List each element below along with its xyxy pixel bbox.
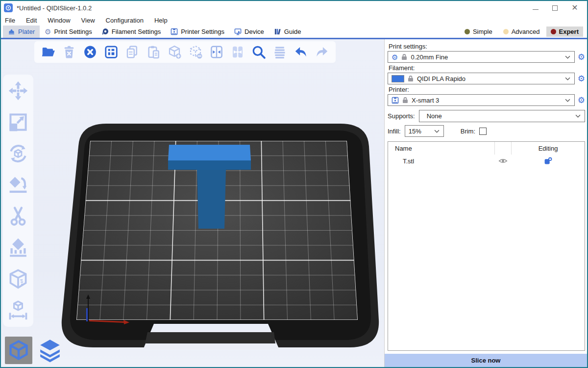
tab-device[interactable]: Device [229,26,269,38]
tab-plater[interactable]: Plater [3,26,40,38]
supports-label: Supports: [388,112,415,120]
tab-guide-label: Guide [284,28,301,35]
redo-button[interactable] [313,43,331,61]
arrange-button[interactable] [102,43,120,61]
slice-now-label: Slice now [471,357,501,364]
printer-gear-button[interactable]: ⚙ [578,96,585,105]
build-plate-scene [1,39,384,367]
device-icon [234,28,242,35]
object-toolbar [34,41,336,63]
mode-expert-label: Expert [559,28,579,35]
settings-panel: Print settings: ⚙ 0.20mm Fine ⚙ Filament… [384,39,587,367]
supports-value: None [423,112,572,120]
tab-print-settings-label: Print Settings [54,28,92,35]
window-title: *Untitled - QIDISlicer-1.0.2 [17,4,92,12]
print-settings-icon: ⚙ [45,28,51,35]
brim-checkbox[interactable] [479,128,487,135]
copy-button[interactable] [123,43,141,61]
split-to-objects-button[interactable] [208,43,225,61]
printer-settings-icon [171,28,178,35]
object-row-t-stl[interactable]: T.stl [388,155,585,167]
slice-now-button[interactable]: Slice now [385,354,587,367]
mode-simple[interactable]: Simple [460,26,497,37]
supports-select[interactable]: None [419,110,585,122]
close-button[interactable]: ✕ [571,4,578,11]
object-list: Name Editing T.stl [388,141,585,351]
tab-printer-settings[interactable]: Printer Settings [166,26,229,38]
mode-advanced[interactable]: Advanced [499,26,544,37]
undo-button[interactable] [292,43,310,61]
printer-icon [392,97,399,104]
menu-file[interactable]: File [5,17,15,24]
filament-settings-icon [102,28,109,35]
object-name: T.stl [388,158,494,165]
filament-value: QIDI PLA Rapido [417,75,562,82]
column-editing: Editing [511,142,585,155]
chevron-down-icon [565,55,570,59]
measure-tool-button[interactable] [7,299,29,322]
filament-gear-button[interactable]: ⚙ [578,75,585,83]
tab-filament-settings[interactable]: Filament Settings [97,26,166,38]
print-settings-value: 0.20mm Fine [411,53,561,61]
chevron-down-icon [565,77,570,80]
guide-icon [274,28,281,35]
app-window: *Untitled - QIDISlicer-1.0.2 ✕ File Edit… [0,0,588,368]
paste-button[interactable] [145,43,162,61]
chevron-down-icon [434,130,440,133]
menu-configuration[interactable]: Configuration [106,17,144,24]
delete-button[interactable] [60,43,78,61]
filament-label: Filament: [389,64,585,72]
editor-view-button[interactable] [5,337,32,364]
maximize-button[interactable] [552,5,558,11]
paint-supports-tool-button[interactable] [7,237,29,259]
open-file-button[interactable] [39,43,57,61]
print-settings-gear-button[interactable]: ⚙ [578,53,585,61]
scale-tool-button[interactable] [7,111,29,133]
menu-bar: File Edit Window View Configuration Help [1,15,587,26]
tab-guide[interactable]: Guide [269,26,306,38]
preset-gear-icon: ⚙ [392,53,398,61]
menu-view[interactable]: View [81,17,95,24]
menu-help[interactable]: Help [154,17,168,24]
split-to-parts-button[interactable] [229,43,246,61]
place-on-face-tool-button[interactable] [7,174,29,196]
preview-view-button[interactable] [36,337,64,364]
column-visibility [494,142,511,155]
minimize-button[interactable] [533,6,539,10]
infill-select[interactable]: 15% [405,125,444,137]
plater-icon [8,28,15,35]
brim-label: Brim: [461,128,475,135]
eye-visibility-icon[interactable] [498,158,508,164]
chevron-down-icon [565,99,570,102]
gizmo-toolbar [3,75,33,327]
infill-label: Infill: [388,128,401,135]
view-mode-toggles [5,337,64,364]
variable-layer-height-button[interactable] [271,43,289,61]
menu-edit[interactable]: Edit [26,17,37,24]
filament-select[interactable]: QIDI PLA Rapido [388,73,575,84]
remove-instance-button[interactable] [187,43,204,61]
print-settings-select[interactable]: ⚙ 0.20mm Fine [388,51,575,63]
delete-all-button[interactable] [81,43,99,61]
app-logo-icon [4,3,13,12]
tab-bar: Plater ⚙ Print Settings Filament Setting… [1,26,587,39]
lock-icon [401,53,407,60]
infill-value: 15% [409,128,431,135]
mode-switcher: Simple Advanced Expert [460,26,587,38]
printer-select[interactable]: X-smart 3 [388,94,575,106]
add-instance-button[interactable] [166,43,183,61]
seam-painting-tool-button[interactable] [7,268,29,290]
search-button[interactable] [250,43,268,61]
tab-print-settings[interactable]: ⚙ Print Settings [40,26,97,38]
editing-icon[interactable] [544,157,552,165]
column-name: Name [388,142,494,155]
rotate-tool-button[interactable] [7,142,29,165]
cut-tool-button[interactable] [7,205,29,228]
expert-dot-icon [551,29,556,34]
mode-advanced-label: Advanced [512,28,540,35]
mode-expert[interactable]: Expert [546,26,583,37]
viewport-3d[interactable] [1,39,384,367]
printer-label: Printer: [389,86,585,93]
move-tool-button[interactable] [7,79,29,102]
menu-window[interactable]: Window [48,17,70,24]
